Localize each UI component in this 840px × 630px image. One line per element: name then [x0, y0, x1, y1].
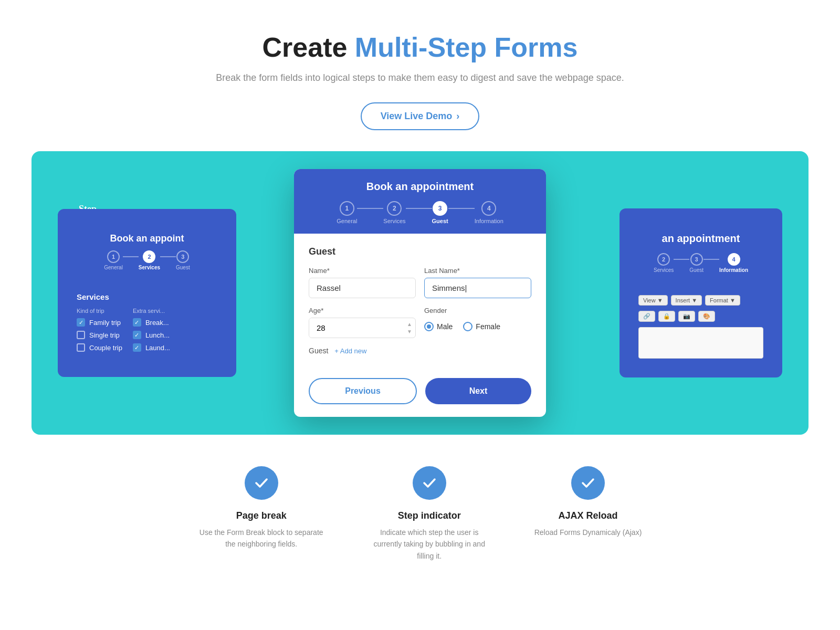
extra-lunch-label: Lunch...	[145, 331, 170, 339]
feature-step-indicator: Step indicator Indicate which step the u…	[366, 466, 492, 562]
gender-group: Gender Male Female	[424, 307, 531, 338]
header-subtitle: Break the form fields into logical steps…	[10, 72, 830, 83]
feature-page-break: Page break Use the Form Break block to s…	[198, 466, 324, 562]
ajax-reload-desc: Reload Forms Dynamicaly (Ajax)	[534, 527, 642, 538]
lastname-label: Last Name*	[424, 267, 531, 275]
color-icon: 🎨	[698, 311, 715, 322]
view-menu-button[interactable]: View ▼	[638, 295, 668, 306]
trip-couple-label: Couple trip	[89, 344, 122, 352]
page-break-title: Page break	[198, 510, 324, 521]
page-break-desc: Use the Form Break block to separate the…	[198, 527, 324, 550]
male-radio-button[interactable]	[424, 322, 434, 331]
guest-section-title: Guest	[309, 246, 531, 257]
center-step-label-2: Services	[383, 218, 405, 224]
gender-male[interactable]: Male	[424, 322, 453, 331]
right-step-label-2: Services	[654, 267, 674, 273]
previous-button[interactable]: Previous	[309, 378, 417, 404]
left-step-indicator: 1 General 2 Services 3 Guest	[79, 250, 215, 270]
right-step-circle-2: 2	[657, 253, 670, 266]
right-card: an appointment 2 Services 3 Guest 4 Info…	[620, 208, 782, 377]
step-indicator-title: Step indicator	[366, 510, 492, 521]
kind-of-trip-column: Kind of trip Family trip Single trip Cou…	[77, 308, 122, 356]
right-card-body: View ▼ Insert ▼ Format ▼ 🔗 🔒 📷 🎨	[630, 289, 772, 365]
live-demo-button[interactable]: View Live Demo ›	[361, 102, 480, 130]
right-step-line-3	[704, 259, 719, 260]
trip-family-label: Family trip	[89, 319, 121, 327]
age-down-icon[interactable]: ▼	[407, 328, 412, 335]
extra-laund-checkbox[interactable]	[133, 343, 141, 352]
trip-single-label: Single trip	[89, 331, 120, 339]
features-section: Page break Use the Form Break block to s…	[0, 435, 840, 583]
name-input[interactable]	[309, 278, 416, 298]
toolbar-row: View ▼ Insert ▼ Format ▼	[638, 295, 763, 306]
left-step-line-2	[160, 256, 176, 257]
extra-break-checkbox[interactable]	[133, 318, 141, 327]
gender-female[interactable]: Female	[463, 322, 500, 331]
gender-label: Gender	[424, 307, 531, 314]
right-step-circle-3: 3	[690, 253, 703, 266]
left-step-label-1: General	[104, 265, 123, 270]
title-accent: Multi-Step Forms	[355, 32, 578, 62]
center-step-3: 3 Guest	[432, 201, 448, 224]
format-menu-button[interactable]: Format ▼	[705, 295, 740, 306]
center-card-header: Book an appointment 1 General 2 Services…	[294, 169, 546, 234]
feature-ajax-reload: AJAX Reload Reload Forms Dynamicaly (Aja…	[534, 466, 642, 562]
gender-radio-group: Male Female	[424, 318, 531, 331]
left-step-label-3: Guest	[176, 265, 190, 270]
left-step-2: 2 Services	[139, 250, 160, 270]
ajax-reload-title: AJAX Reload	[534, 510, 642, 521]
add-new-link[interactable]: + Add new	[334, 347, 366, 355]
extra-lunch-checkbox[interactable]	[133, 331, 141, 339]
insert-menu-button[interactable]: Insert ▼	[671, 295, 702, 306]
age-label: Age*	[309, 307, 416, 314]
check-icon-3	[580, 475, 596, 491]
kind-of-trip-label: Kind of trip	[77, 308, 122, 314]
extra-services-label: Extra servi...	[133, 308, 170, 314]
trip-couple-checkbox[interactable]	[77, 343, 85, 352]
left-step-1: 1 General	[104, 250, 123, 270]
right-step-line-2	[674, 259, 689, 260]
center-step-2: 2 Services	[383, 201, 405, 224]
left-step-3: 3 Guest	[176, 250, 190, 270]
left-card-body: Services Kind of trip Family trip Single…	[68, 284, 226, 364]
age-up-icon[interactable]: ▲	[407, 321, 412, 328]
link-icon[interactable]: 🔗	[638, 311, 655, 322]
trip-family-checkbox[interactable]	[77, 318, 85, 327]
extra-services-column: Extra servi... Break... Lunch... Laund..…	[133, 308, 170, 356]
extra-break-label: Break...	[145, 319, 169, 327]
female-radio-button[interactable]	[463, 322, 472, 331]
page-title: Create Multi-Step Forms	[10, 32, 830, 63]
lastname-group: Last Name*	[424, 267, 531, 298]
center-step-4: 4 Information	[475, 201, 503, 224]
left-step-circle-1: 1	[107, 250, 120, 263]
trip-single-checkbox[interactable]	[77, 331, 85, 339]
right-card-header: an appointment 2 Services 3 Guest 4 Info…	[630, 221, 772, 289]
next-button[interactable]: Next	[425, 378, 531, 404]
demo-button-arrow-icon: ›	[456, 111, 459, 122]
check-icon-1	[254, 475, 269, 491]
lastname-input[interactable]	[424, 278, 531, 298]
left-card-title: Book an appoint	[79, 233, 215, 244]
left-step-label-2: Services	[139, 265, 160, 270]
center-step-circle-2: 2	[387, 201, 402, 216]
center-step-label-3: Guest	[432, 218, 448, 224]
title-normal: Create	[262, 32, 355, 62]
age-gender-row: Age* ▲ ▼ Gender	[309, 307, 531, 338]
center-card-footer: Previous Next	[294, 378, 546, 417]
left-card-header: Book an appoint 1 General 2 Services 3 G…	[68, 222, 226, 284]
right-step-4: 4 Information	[719, 253, 748, 273]
step-indicator-icon	[413, 466, 446, 500]
trip-couple: Couple trip	[77, 343, 122, 352]
name-label: Name*	[309, 267, 416, 275]
name-row: Name* Last Name*	[309, 267, 531, 298]
toolbar-icons-row: 🔗 🔒 📷 🎨	[638, 311, 763, 322]
extra-laund: Laund...	[133, 343, 170, 352]
center-card: Book an appointment 1 General 2 Services…	[294, 169, 546, 417]
name-group: Name*	[309, 267, 416, 298]
age-input[interactable]	[309, 318, 404, 338]
center-step-label-1: General	[337, 218, 357, 224]
left-card: Book an appoint 1 General 2 Services 3 G…	[58, 209, 236, 377]
editor-area[interactable]	[638, 327, 763, 359]
left-step-circle-2: 2	[143, 250, 155, 263]
demo-button-label: View Live Demo	[381, 111, 453, 122]
